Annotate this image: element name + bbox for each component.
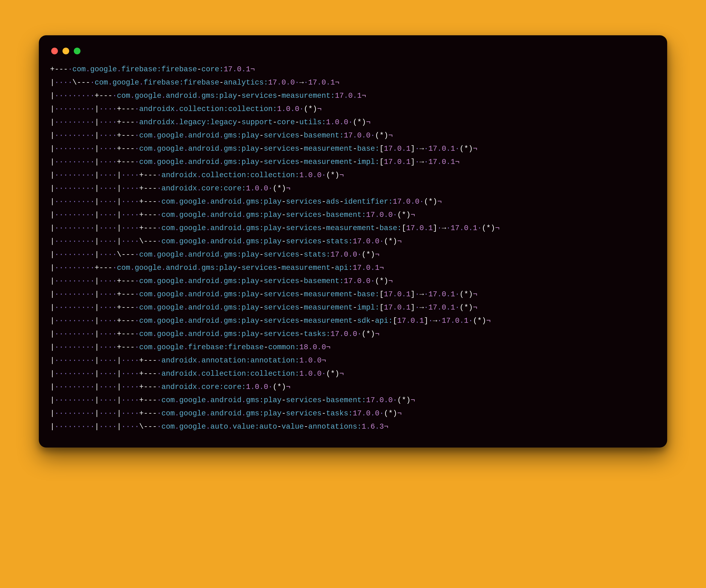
terminal-output: +---·com.google.firebase:firebase-core:1… bbox=[50, 63, 656, 433]
traffic-lights bbox=[50, 47, 656, 63]
output-line: |·········|····+---·com.google.android.g… bbox=[50, 327, 656, 341]
output-line: |·········|····\---·com.google.android.g… bbox=[50, 248, 656, 261]
output-line: |·········|····|····\---·com.google.andr… bbox=[50, 235, 656, 248]
minimize-icon[interactable] bbox=[63, 48, 69, 54]
output-line: |·········|····+---·com.google.android.g… bbox=[50, 288, 656, 301]
output-line: |·········|····|····+---·com.google.andr… bbox=[50, 208, 656, 222]
output-line: +---·com.google.firebase:firebase-core:1… bbox=[50, 63, 656, 76]
output-line: |·········|····+---·com.google.android.g… bbox=[50, 155, 656, 169]
output-line: |·········|····|····\---·com.google.auto… bbox=[50, 420, 656, 433]
output-line: |·········|····|····+---·com.google.andr… bbox=[50, 394, 656, 407]
output-line: |·········|····+---·com.google.firebase:… bbox=[50, 341, 656, 354]
output-line: |·········|····+---·com.google.android.g… bbox=[50, 301, 656, 314]
close-icon[interactable] bbox=[51, 48, 58, 54]
output-line: |·········|····+---·com.google.android.g… bbox=[50, 314, 656, 327]
output-line: |·········|····|····+---·com.google.andr… bbox=[50, 195, 656, 208]
output-line: |·········|····|····+---·androidx.collec… bbox=[50, 367, 656, 381]
output-line: |·········|····+---·com.google.android.g… bbox=[50, 129, 656, 142]
output-line: |·········|····+---·androidx.collection:… bbox=[50, 103, 656, 116]
output-line: |·········|····+---·com.google.android.g… bbox=[50, 275, 656, 288]
output-line: |·········|····|····+---·com.google.andr… bbox=[50, 222, 656, 235]
output-line: |·········|····|····+---·com.google.andr… bbox=[50, 407, 656, 420]
output-line: |·········|····|····+---·androidx.collec… bbox=[50, 169, 656, 182]
output-line: |····\---·com.google.firebase:firebase-a… bbox=[50, 76, 656, 89]
output-line: |·········|····+---·androidx.legacy:lega… bbox=[50, 116, 656, 129]
output-line: |·········+---·com.google.android.gms:pl… bbox=[50, 89, 656, 103]
output-line: |·········|····+---·com.google.android.g… bbox=[50, 142, 656, 155]
maximize-icon[interactable] bbox=[74, 48, 80, 54]
output-line: |·········|····|····+---·androidx.core:c… bbox=[50, 182, 656, 195]
output-line: |·········+---·com.google.android.gms:pl… bbox=[50, 261, 656, 275]
output-line: |·········|····|····+---·androidx.core:c… bbox=[50, 381, 656, 394]
output-line: |·········|····|····+---·androidx.annota… bbox=[50, 354, 656, 367]
terminal-window: +---·com.google.firebase:firebase-core:1… bbox=[39, 35, 667, 447]
